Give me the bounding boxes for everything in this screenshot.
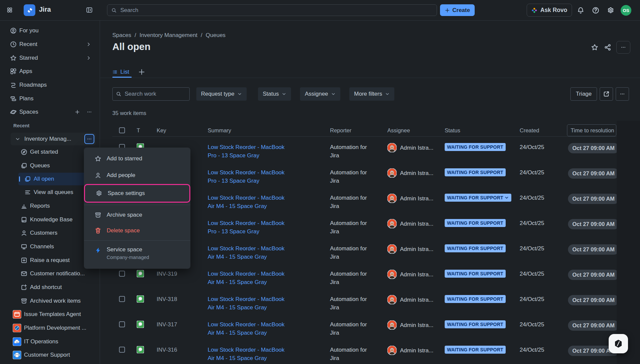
column-summary[interactable]: Summary: [208, 127, 330, 134]
filter-assignee[interactable]: Assignee: [300, 87, 340, 101]
search-work-field[interactable]: [112, 87, 190, 101]
work-item-summary[interactable]: Low Stock Reorder - MacBook: [208, 168, 330, 177]
table-row[interactable]: INV-317Low Stock Reorder - MacBookAir M4…: [100, 316, 640, 341]
status-badge[interactable]: WAITING FOR SUPPORT: [445, 143, 506, 151]
row-checkbox[interactable]: [119, 347, 125, 353]
jira-logo[interactable]: [24, 4, 35, 16]
space-more-button[interactable]: [84, 134, 94, 144]
table-row[interactable]: INV-319Low Stock Reorder - MacBookAir M4…: [100, 265, 640, 291]
hexagon-icon: [613, 339, 623, 349]
sidebar-item-customer-support[interactable]: Customer Support: [0, 348, 100, 362]
work-item-summary[interactable]: Low Stock Reorder - MacBook: [208, 244, 330, 253]
column-reporter[interactable]: Reporter: [330, 127, 387, 134]
menu-item-service-space[interactable]: Service spaceCompany-managed: [84, 243, 190, 266]
search-work-input[interactable]: [124, 90, 186, 98]
status-badge[interactable]: WAITING FOR SUPPORT: [445, 346, 506, 354]
status-badge[interactable]: WAITING FOR SUPPORT: [445, 320, 506, 328]
sidebar-item-spaces[interactable]: Spaces: [0, 105, 100, 119]
work-item-summary[interactable]: Low Stock Reorder - MacBook: [208, 346, 330, 354]
column-status[interactable]: Status: [445, 127, 520, 134]
column-created[interactable]: Created: [520, 127, 567, 134]
sidebar-item-plans[interactable]: Plans: [0, 92, 100, 105]
triage-button[interactable]: Triage: [570, 87, 597, 101]
spaces-more-button[interactable]: [87, 109, 92, 115]
table-row[interactable]: INV-318Low Stock Reorder - MacBookAir M4…: [100, 291, 640, 316]
tab-list[interactable]: List: [112, 67, 129, 77]
work-item-key[interactable]: INV-316: [157, 346, 208, 354]
menu-item-space-settings[interactable]: Space settings: [85, 185, 189, 202]
add-space-button[interactable]: [75, 109, 80, 115]
menu-item-add-to-starred[interactable]: Add to starred: [84, 150, 190, 167]
sidebar-item-issue-templates-agent[interactable]: Issue Templates Agent: [0, 308, 100, 321]
collapse-sidebar-button[interactable]: [84, 4, 95, 16]
work-item-summary[interactable]: Low Stock Reorder - MacBook: [208, 295, 330, 303]
chevron-right-icon: [86, 55, 91, 61]
app-switcher-button[interactable]: [4, 4, 15, 16]
star-page-button[interactable]: [590, 43, 599, 52]
filter-more-filters[interactable]: More filters: [349, 87, 394, 101]
sidebar-item-it-operations[interactable]: IT Operations: [0, 335, 100, 348]
floating-extension-button[interactable]: [609, 334, 628, 353]
status-badge[interactable]: WAITING FOR SUPPORT: [445, 194, 511, 202]
table-row[interactable]: INV-316Low Stock Reorder - MacBookAir M4…: [100, 341, 640, 364]
global-search[interactable]: [107, 4, 437, 16]
menu-item-delete-space[interactable]: Delete space: [84, 223, 190, 238]
table-header-divider: [112, 136, 617, 137]
page-more-button[interactable]: [616, 41, 630, 54]
column-key[interactable]: Key: [157, 127, 208, 134]
reporter: Automation for: [330, 143, 387, 151]
status-badge[interactable]: WAITING FOR SUPPORT: [445, 168, 506, 176]
status-badge[interactable]: WAITING FOR SUPPORT: [445, 219, 506, 227]
filter-status[interactable]: Status: [258, 87, 291, 101]
sidebar-item-archived-work-items[interactable]: Archived work items: [0, 294, 100, 308]
notifications-button[interactable]: [575, 5, 586, 16]
open-in-new-button[interactable]: [600, 87, 613, 101]
row-checkbox[interactable]: [119, 321, 125, 327]
breadcrumb-queues[interactable]: Queues: [206, 32, 226, 39]
filter-request-type[interactable]: Request type: [196, 87, 247, 101]
column-t[interactable]: T: [137, 127, 157, 134]
work-item-summary[interactable]: Low Stock Reorder - MacBook: [208, 320, 330, 329]
work-item-summary[interactable]: Low Stock Reorder - MacBook: [208, 270, 330, 278]
sidebar-item-platform-development[interactable]: Platform Development ...: [0, 321, 100, 335]
sidebar-item-starred[interactable]: Starred: [0, 51, 100, 65]
breadcrumb-space-name[interactable]: Inventory Management: [139, 32, 197, 39]
column-assignee[interactable]: Assignee: [387, 127, 445, 134]
work-item-key[interactable]: INV-317: [157, 320, 208, 329]
work-item-summary[interactable]: Low Stock Reorder - MacBook: [208, 143, 330, 151]
breadcrumb-spaces[interactable]: Spaces: [112, 32, 131, 39]
time-to-resolution-badge: Oct 27 09:00 AM: [568, 244, 617, 255]
reporter: Automation for: [330, 168, 387, 177]
menu-item-archive-space[interactable]: Archive space: [84, 207, 190, 223]
global-search-input[interactable]: [120, 7, 433, 14]
status-badge[interactable]: WAITING FOR SUPPORT: [445, 295, 506, 303]
sidebar-item-roadmaps[interactable]: Roadmaps: [0, 78, 100, 92]
sidebar-item-add-shortcut[interactable]: Add shortcut: [0, 281, 100, 294]
status-badge[interactable]: WAITING FOR SUPPORT: [445, 270, 506, 278]
ask-rovo-button[interactable]: Ask Rovo: [527, 4, 572, 17]
sidebar-item-apps[interactable]: Apps: [0, 65, 100, 78]
assignee-avatar: [387, 270, 397, 279]
sidebar-item-recent[interactable]: Recent: [0, 38, 100, 51]
clock-icon: [10, 41, 17, 48]
work-item-key[interactable]: INV-318: [157, 295, 208, 303]
select-all-checkbox[interactable]: [119, 127, 125, 133]
filters-more-button[interactable]: [616, 87, 629, 101]
add-view-button[interactable]: [138, 68, 145, 76]
work-item-summary[interactable]: Low Stock Reorder - MacBook: [208, 194, 330, 202]
work-item-summary[interactable]: Low Stock Reorder - MacBook: [208, 219, 330, 227]
column-time-to-resolution[interactable]: Time to resolution: [567, 124, 616, 136]
menu-item-add-people[interactable]: Add people: [84, 167, 190, 184]
sidebar-item-customer-notificatio[interactable]: Customer notificatio...: [0, 267, 100, 281]
share-button[interactable]: [603, 43, 612, 52]
row-checkbox[interactable]: [119, 271, 125, 277]
settings-button[interactable]: [605, 5, 616, 16]
user-avatar[interactable]: OS: [621, 5, 631, 16]
sidebar-item-for-you[interactable]: For you: [0, 24, 100, 38]
sidebar-item-inventory-management[interactable]: Inventory Manag...: [11, 133, 96, 145]
help-button[interactable]: [590, 5, 601, 16]
work-item-key[interactable]: INV-319: [157, 270, 208, 278]
create-button[interactable]: Create: [440, 4, 475, 16]
row-checkbox[interactable]: [119, 296, 125, 302]
status-badge[interactable]: WAITING FOR SUPPORT: [445, 244, 506, 252]
